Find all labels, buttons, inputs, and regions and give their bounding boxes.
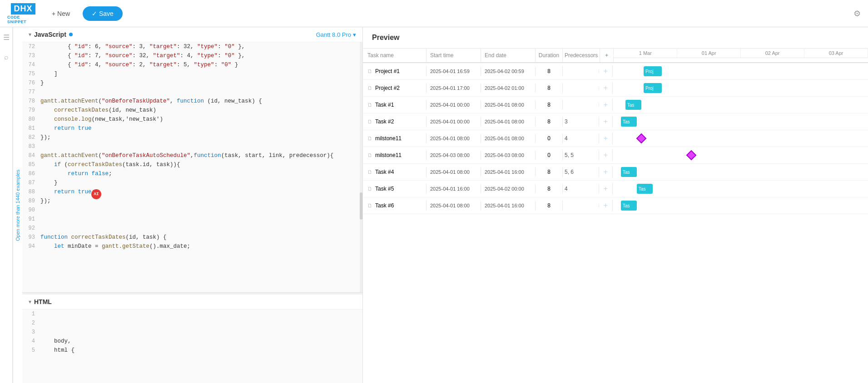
gantt-task-name: 🗋milstone11 xyxy=(363,133,427,143)
js-collapse-arrow[interactable]: ▾ xyxy=(29,31,31,38)
gantt-body: 🗋Project #12025-04-01 16:592025-04-02 00… xyxy=(363,63,868,383)
gantt-row: 🗋Project #22025-04-01 17:002025-04-02 01… xyxy=(363,80,868,97)
gantt-bar[interactable]: Proj xyxy=(644,83,662,93)
code-line: 1 xyxy=(22,309,362,319)
gantt-end: 2025-04-03 08:00 xyxy=(481,151,536,160)
html-lines-container: 123</span>4 body,5 html { xyxy=(22,309,362,355)
gantt-add-button[interactable]: + xyxy=(599,166,613,178)
task-file-icon: 🗋 xyxy=(367,69,372,74)
gantt-task-name: 🗋Task #1 xyxy=(363,100,427,110)
gantt-bar[interactable]: Tas xyxy=(625,100,641,110)
code-line: 5 html { xyxy=(22,346,362,355)
gantt-version-label: Gantt 8.0 Pro xyxy=(316,31,351,38)
gantt-add-button[interactable]: + xyxy=(599,116,613,128)
code-line: 93function correctTaskDates(id, task) { xyxy=(22,233,362,242)
html-collapse-arrow[interactable]: ▾ xyxy=(29,299,31,305)
gantt-start: 2025-04-01 17:00 xyxy=(427,83,481,93)
task-file-icon: 🗋 xyxy=(367,152,372,158)
col-predecessors: Predecessors xyxy=(563,49,600,62)
gantt-bar[interactable]: Tas xyxy=(621,167,637,177)
js-modified-dot xyxy=(69,33,73,36)
code-line: 88 return true; xyxy=(22,187,362,196)
code-line: 4 body, xyxy=(22,337,362,346)
gantt-end: 2025-04-02 01:00 xyxy=(481,83,536,93)
code-line: 84gantt.attachEvent("onBeforeTaskAutoSch… xyxy=(22,151,362,160)
gantt-chart-cell: Tas xyxy=(613,113,868,130)
gantt-bar[interactable]: Tas xyxy=(621,117,637,127)
gantt-row: 🗋Task #22025-04-01 00:002025-04-01 08:00… xyxy=(363,113,868,130)
code-line: 83 xyxy=(22,142,362,151)
code-line: 81 return true xyxy=(22,124,362,133)
settings-icon[interactable]: ⚙ xyxy=(853,9,861,19)
gantt-duration: 8 xyxy=(536,83,563,93)
task-file-icon: 🗋 xyxy=(367,119,372,124)
col-start-time: Start time xyxy=(427,49,481,62)
gantt-add-button[interactable]: + xyxy=(599,133,613,144)
gantt-start: 2025-04-01 08:00 xyxy=(427,201,481,210)
gantt-end: 2025-04-01 08:00 xyxy=(481,134,536,143)
html-code-area[interactable]: 123</span>4 body,5 html { xyxy=(22,309,362,383)
gantt-duration: 0 xyxy=(536,133,563,143)
html-lang-label: HTML xyxy=(34,298,52,305)
gantt-task-name: 🗋milstone11 xyxy=(363,150,427,160)
gantt-bar[interactable]: Tas xyxy=(621,201,637,211)
gantt-chart-cell: Tas xyxy=(613,97,868,113)
gantt-chart-cell: Proj xyxy=(613,63,868,79)
gantt-duration: 0 xyxy=(536,150,563,160)
gantt-task-name: 🗋Task #4 xyxy=(363,167,427,177)
gantt-end: 2025-04-01 08:00 xyxy=(481,117,536,126)
gantt-pred xyxy=(563,69,599,73)
gantt-chart-cell: Tas xyxy=(613,164,868,180)
gantt-end: 2025-04-01 08:00 xyxy=(481,100,536,109)
html-section-header: ▾ HTML xyxy=(22,295,362,309)
gantt-chart-cell xyxy=(613,147,868,163)
gantt-add-button[interactable]: + xyxy=(599,200,613,211)
gantt-row: 🗋Project #12025-04-01 16:592025-04-02 00… xyxy=(363,63,868,80)
gantt-add-button[interactable]: + xyxy=(599,149,613,161)
gantt-end: 2025-04-02 00:59 xyxy=(481,67,536,76)
ai-badge[interactable]: AI xyxy=(91,189,101,199)
gantt-task-name: 🗋Project #1 xyxy=(363,66,427,76)
gantt-duration: 8 xyxy=(536,201,563,211)
date-col-01apr: 01 Apr xyxy=(677,49,741,58)
js-code-area[interactable]: 72 { "id": 6, "source": 3, "target": 32,… xyxy=(22,42,362,292)
date-col-1mar: 1 Mar xyxy=(614,49,677,58)
gantt-row: 🗋Task #62025-04-01 08:002025-04-01 16:00… xyxy=(363,197,868,214)
gantt-task-name: 🗋Task #2 xyxy=(363,117,427,127)
preview-panel: Preview Task name Start time End date Du… xyxy=(363,27,868,383)
gantt-header: Task name Start time End date Duration P… xyxy=(363,49,868,63)
preview-title: Preview xyxy=(363,27,868,49)
gantt-add-button[interactable]: + xyxy=(599,99,613,111)
side-panel-label[interactable]: Open more than 1440 examples xyxy=(13,27,22,383)
gantt-row: 🗋Task #12025-04-01 00:002025-04-01 08:00… xyxy=(363,97,868,113)
js-lang-label: JavaScript xyxy=(34,31,66,38)
scrollbar-thumb[interactable] xyxy=(360,192,362,220)
gantt-start: 2025-04-01 08:00 xyxy=(427,134,481,143)
code-line: 87 } xyxy=(22,178,362,187)
code-line: 74 { "id": 4, "source": 2, "target": 5, … xyxy=(22,60,362,69)
col-chart: 1 Mar 01 Apr 02 Apr 03 Apr xyxy=(614,49,868,62)
gantt-add-button[interactable]: + xyxy=(599,65,613,77)
task-file-icon: 🗋 xyxy=(367,85,372,91)
search-icon[interactable]: ⌕ xyxy=(1,52,12,63)
date-col-02apr: 02 Apr xyxy=(741,49,804,58)
col-add[interactable]: + xyxy=(600,49,614,62)
col-end-date: End date xyxy=(481,49,536,62)
gantt-pred: 5, 5 xyxy=(563,150,599,160)
hamburger-icon[interactable]: ☰ xyxy=(1,32,12,43)
save-button[interactable]: ✓ Save xyxy=(83,6,123,21)
gantt-start: 2025-04-01 16:00 xyxy=(427,184,481,193)
gantt-pred: 3 xyxy=(563,117,599,127)
gantt-bar[interactable]: Tas xyxy=(637,184,653,194)
new-button[interactable]: + New xyxy=(46,7,75,20)
gantt-add-button[interactable]: + xyxy=(599,82,613,94)
gantt-duration: 8 xyxy=(536,66,563,76)
gantt-version-selector[interactable]: Gantt 8.0 Pro ▾ xyxy=(316,31,356,38)
code-line: 79 correctTaskDates(id, new_task) xyxy=(22,106,362,115)
logo: DHX CODE SNIPPET xyxy=(7,3,39,24)
chevron-down-icon: ▾ xyxy=(353,31,356,38)
gantt-bar[interactable]: Proj xyxy=(644,66,662,76)
col-duration: Duration xyxy=(536,49,563,62)
gantt-container: Task name Start time End date Duration P… xyxy=(363,49,868,383)
gantt-add-button[interactable]: + xyxy=(599,183,613,195)
